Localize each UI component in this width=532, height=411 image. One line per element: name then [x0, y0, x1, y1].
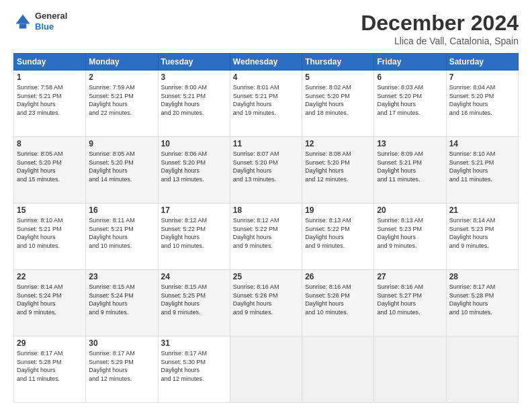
- day-info: Sunrise: 8:16 AM Sunset: 5:27 PM Dayligh…: [377, 283, 443, 316]
- month-title: December 2024: [361, 11, 519, 36]
- day-info: Sunrise: 8:14 AM Sunset: 5:24 PM Dayligh…: [17, 283, 83, 316]
- day-info: Sunrise: 8:05 AM Sunset: 5:20 PM Dayligh…: [89, 150, 154, 183]
- calendar-week-2: 8 Sunrise: 8:05 AM Sunset: 5:20 PM Dayli…: [14, 137, 519, 203]
- day-info: Sunrise: 8:04 AM Sunset: 5:20 PM Dayligh…: [449, 83, 515, 117]
- title-section: December 2024 Llica de Vall, Catalonia, …: [361, 11, 519, 46]
- day-number: 14: [449, 139, 515, 148]
- calendar-cell: 10 Sunrise: 8:06 AM Sunset: 5:20 PM Dayl…: [158, 137, 230, 203]
- day-info: Sunrise: 8:15 AM Sunset: 5:25 PM Dayligh…: [161, 283, 227, 316]
- day-info: Sunrise: 8:10 AM Sunset: 5:21 PM Dayligh…: [17, 216, 83, 250]
- day-info: Sunrise: 8:15 AM Sunset: 5:24 PM Dayligh…: [89, 283, 154, 316]
- calendar-cell: 23 Sunrise: 8:15 AM Sunset: 5:24 PM Dayl…: [86, 270, 158, 336]
- calendar-cell: 13 Sunrise: 8:09 AM Sunset: 5:21 PM Dayl…: [374, 137, 446, 203]
- day-number: 25: [233, 272, 299, 281]
- day-info: Sunrise: 8:10 AM Sunset: 5:21 PM Dayligh…: [449, 150, 515, 183]
- day-number: 1: [17, 73, 83, 82]
- calendar-cell: [446, 336, 518, 403]
- day-info: Sunrise: 8:12 AM Sunset: 5:22 PM Dayligh…: [161, 216, 227, 250]
- day-info: Sunrise: 8:05 AM Sunset: 5:20 PM Dayligh…: [17, 150, 83, 183]
- calendar-cell: 28 Sunrise: 8:17 AM Sunset: 5:28 PM Dayl…: [446, 270, 518, 336]
- calendar-cell: [374, 336, 446, 403]
- calendar-week-3: 15 Sunrise: 8:10 AM Sunset: 5:21 PM Dayl…: [14, 203, 519, 270]
- day-number: 27: [377, 272, 443, 281]
- day-number: 11: [233, 139, 299, 148]
- day-number: 30: [89, 338, 154, 348]
- calendar-cell: 22 Sunrise: 8:14 AM Sunset: 5:24 PM Dayl…: [14, 270, 86, 336]
- calendar-cell: 5 Sunrise: 8:02 AM Sunset: 5:20 PM Dayli…: [302, 71, 374, 137]
- day-number: 22: [17, 272, 83, 281]
- day-info: Sunrise: 8:17 AM Sunset: 5:28 PM Dayligh…: [17, 349, 83, 383]
- calendar-cell: 19 Sunrise: 8:13 AM Sunset: 5:22 PM Dayl…: [302, 203, 374, 270]
- day-header-wednesday: Wednesday: [230, 54, 302, 71]
- day-info: Sunrise: 8:08 AM Sunset: 5:20 PM Dayligh…: [305, 150, 371, 183]
- calendar-cell: 7 Sunrise: 8:04 AM Sunset: 5:20 PM Dayli…: [446, 71, 518, 137]
- day-number: 12: [305, 139, 371, 148]
- day-number: 8: [17, 139, 83, 148]
- day-info: Sunrise: 8:17 AM Sunset: 5:29 PM Dayligh…: [89, 349, 154, 383]
- calendar-cell: 20 Sunrise: 8:13 AM Sunset: 5:23 PM Dayl…: [374, 203, 446, 270]
- calendar-cell: 30 Sunrise: 8:17 AM Sunset: 5:29 PM Dayl…: [86, 336, 158, 403]
- day-info: Sunrise: 8:09 AM Sunset: 5:21 PM Dayligh…: [377, 150, 443, 183]
- calendar-cell: 16 Sunrise: 8:11 AM Sunset: 5:21 PM Dayl…: [86, 203, 158, 270]
- day-header-tuesday: Tuesday: [158, 54, 230, 71]
- day-number: 15: [17, 205, 83, 215]
- day-info: Sunrise: 7:59 AM Sunset: 5:21 PM Dayligh…: [89, 83, 154, 117]
- day-number: 19: [305, 205, 371, 215]
- day-number: 31: [161, 338, 227, 348]
- day-info: Sunrise: 8:12 AM Sunset: 5:22 PM Dayligh…: [233, 216, 299, 250]
- calendar-cell: 17 Sunrise: 8:12 AM Sunset: 5:22 PM Dayl…: [158, 203, 230, 270]
- calendar-cell: 24 Sunrise: 8:15 AM Sunset: 5:25 PM Dayl…: [158, 270, 230, 336]
- day-info: Sunrise: 8:03 AM Sunset: 5:20 PM Dayligh…: [377, 83, 443, 117]
- day-number: 17: [161, 205, 227, 215]
- calendar-cell: 18 Sunrise: 8:12 AM Sunset: 5:22 PM Dayl…: [230, 203, 302, 270]
- calendar-cell: 3 Sunrise: 8:00 AM Sunset: 5:21 PM Dayli…: [158, 71, 230, 137]
- day-info: Sunrise: 8:11 AM Sunset: 5:21 PM Dayligh…: [89, 216, 154, 250]
- day-header-thursday: Thursday: [302, 54, 374, 71]
- day-number: 9: [89, 139, 154, 148]
- day-info: Sunrise: 8:17 AM Sunset: 5:30 PM Dayligh…: [161, 349, 227, 383]
- calendar-cell: 8 Sunrise: 8:05 AM Sunset: 5:20 PM Dayli…: [14, 137, 86, 203]
- calendar-cell: 1 Sunrise: 7:58 AM Sunset: 5:21 PM Dayli…: [14, 71, 86, 137]
- day-number: 29: [17, 338, 83, 348]
- day-number: 23: [89, 272, 154, 281]
- calendar-cell: 6 Sunrise: 8:03 AM Sunset: 5:20 PM Dayli…: [374, 71, 446, 137]
- calendar-cell: 25 Sunrise: 8:16 AM Sunset: 5:26 PM Dayl…: [230, 270, 302, 336]
- calendar-table: SundayMondayTuesdayWednesdayThursdayFrid…: [13, 53, 519, 403]
- logo-icon: [13, 12, 32, 31]
- day-info: Sunrise: 8:01 AM Sunset: 5:21 PM Dayligh…: [233, 83, 299, 117]
- day-info: Sunrise: 8:16 AM Sunset: 5:26 PM Dayligh…: [305, 283, 371, 316]
- day-header-monday: Monday: [86, 54, 158, 71]
- day-info: Sunrise: 8:07 AM Sunset: 5:20 PM Dayligh…: [233, 150, 299, 183]
- calendar-week-1: 1 Sunrise: 7:58 AM Sunset: 5:21 PM Dayli…: [14, 71, 519, 137]
- day-info: Sunrise: 8:14 AM Sunset: 5:23 PM Dayligh…: [449, 216, 515, 250]
- day-number: 3: [161, 73, 227, 82]
- calendar-cell: 31 Sunrise: 8:17 AM Sunset: 5:30 PM Dayl…: [158, 336, 230, 403]
- day-number: 26: [305, 272, 371, 281]
- logo-text: General Blue: [35, 11, 67, 32]
- day-info: Sunrise: 8:13 AM Sunset: 5:23 PM Dayligh…: [377, 216, 443, 250]
- day-info: Sunrise: 8:06 AM Sunset: 5:20 PM Dayligh…: [161, 150, 227, 183]
- day-number: 16: [89, 205, 154, 215]
- day-info: Sunrise: 8:00 AM Sunset: 5:21 PM Dayligh…: [161, 83, 227, 117]
- day-number: 13: [377, 139, 443, 148]
- page-header: General Blue December 2024 Llica de Vall…: [13, 11, 519, 46]
- day-number: 24: [161, 272, 227, 281]
- calendar-cell: [302, 336, 374, 403]
- day-info: Sunrise: 8:02 AM Sunset: 5:20 PM Dayligh…: [305, 83, 371, 117]
- calendar-cell: 9 Sunrise: 8:05 AM Sunset: 5:20 PM Dayli…: [86, 137, 158, 203]
- day-info: Sunrise: 8:13 AM Sunset: 5:22 PM Dayligh…: [305, 216, 371, 250]
- calendar-cell: 15 Sunrise: 8:10 AM Sunset: 5:21 PM Dayl…: [14, 203, 86, 270]
- calendar-cell: [230, 336, 302, 403]
- logo: General Blue: [13, 11, 67, 32]
- logo-blue: Blue: [35, 21, 67, 32]
- calendar-cell: 14 Sunrise: 8:10 AM Sunset: 5:21 PM Dayl…: [446, 137, 518, 203]
- calendar-cell: 4 Sunrise: 8:01 AM Sunset: 5:21 PM Dayli…: [230, 71, 302, 137]
- day-number: 10: [161, 139, 227, 148]
- calendar-cell: 27 Sunrise: 8:16 AM Sunset: 5:27 PM Dayl…: [374, 270, 446, 336]
- day-header-saturday: Saturday: [446, 54, 518, 71]
- day-number: 6: [377, 73, 443, 82]
- day-info: Sunrise: 8:17 AM Sunset: 5:28 PM Dayligh…: [449, 283, 515, 316]
- day-number: 5: [305, 73, 371, 82]
- location: Llica de Vall, Catalonia, Spain: [361, 36, 519, 46]
- calendar-cell: 2 Sunrise: 7:59 AM Sunset: 5:21 PM Dayli…: [86, 71, 158, 137]
